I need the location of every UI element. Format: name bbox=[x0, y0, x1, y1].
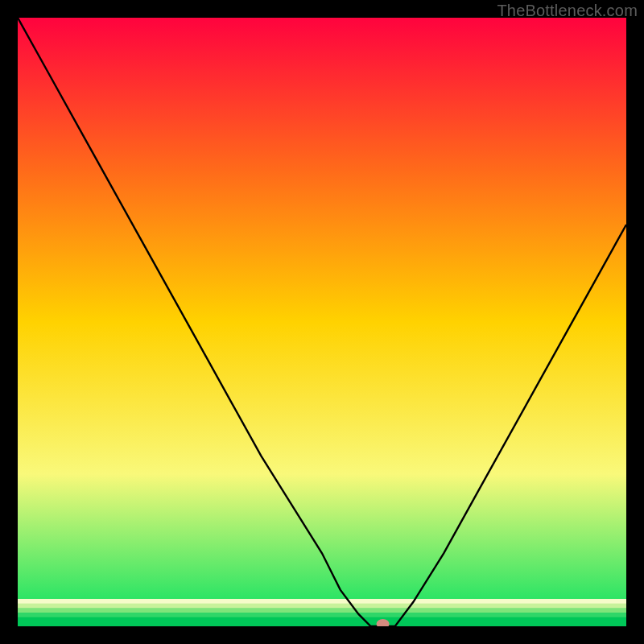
svg-rect-2 bbox=[18, 608, 626, 613]
svg-rect-5 bbox=[18, 621, 626, 626]
gradient-background bbox=[18, 18, 626, 626]
svg-rect-0 bbox=[18, 599, 626, 604]
chart-frame: TheBottleneck.com bbox=[0, 0, 644, 644]
green-bottom-band bbox=[18, 599, 626, 626]
svg-rect-1 bbox=[18, 604, 626, 609]
plot-area bbox=[18, 18, 626, 626]
chart-svg bbox=[18, 18, 626, 626]
watermark-text: TheBottleneck.com bbox=[497, 2, 638, 20]
svg-rect-4 bbox=[18, 617, 626, 622]
svg-rect-3 bbox=[18, 613, 626, 617]
